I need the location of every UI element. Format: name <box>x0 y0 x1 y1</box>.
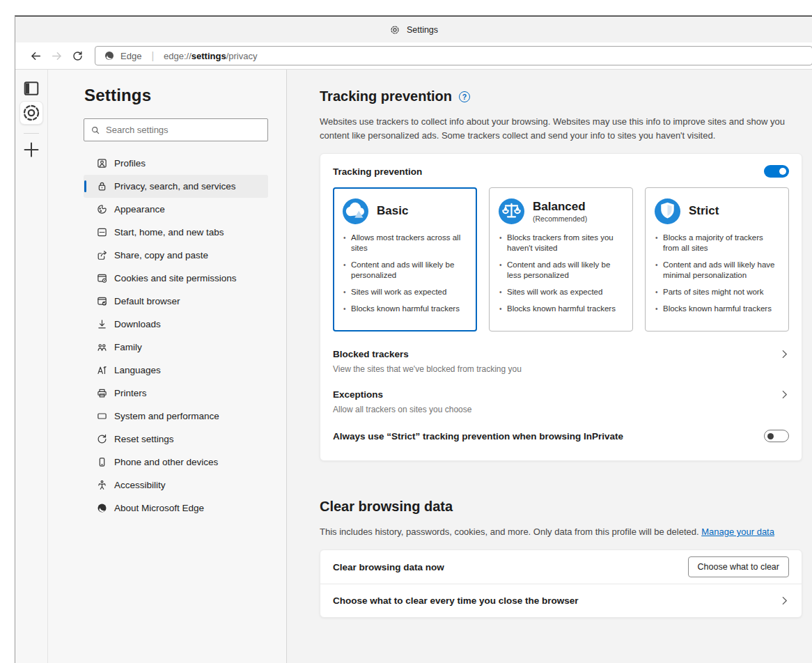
sidebar-item-label: Reset settings <box>114 434 174 444</box>
always-use-strict-tracking-prevention-when-browsing-inprivate-toggle[interactable] <box>764 430 789 442</box>
sidebar-item-label: Cookies and site permissions <box>114 273 237 283</box>
new-tab-button[interactable] <box>22 140 41 159</box>
sidebar-item-label: Downloads <box>114 319 161 329</box>
sidebar-item-label: Languages <box>114 365 161 375</box>
share-icon <box>96 249 108 261</box>
clear-browsing-heading: Clear browsing data <box>320 499 453 515</box>
languages-icon <box>96 364 108 376</box>
sidebar-item-system-and-performance[interactable]: System and performance <box>84 405 268 428</box>
option-bullet: Content and ads will likely be less pers… <box>499 260 623 281</box>
setting-row-title: Blocked trackers <box>333 349 409 359</box>
vertical-tab-rail <box>15 70 48 663</box>
sidebar-item-languages[interactable]: Languages <box>84 359 268 382</box>
settings-content: Tracking prevention ? Websites use track… <box>286 70 812 663</box>
reset-icon <box>96 433 108 445</box>
refresh-button[interactable] <box>67 45 88 66</box>
sidebar-item-label: Accessibility <box>114 480 166 490</box>
help-icon[interactable]: ? <box>459 91 470 102</box>
back-button[interactable] <box>25 45 46 66</box>
sidebar-item-profiles[interactable]: Profiles <box>84 152 268 175</box>
sidebar-item-appearance[interactable]: Appearance <box>84 198 268 221</box>
sidebar-item-label: Share, copy and paste <box>114 250 208 260</box>
address-bar[interactable]: Edge | edge://settings/privacy <box>95 46 812 65</box>
chevron-right-icon[interactable] <box>780 350 789 359</box>
settings-nav-list: Profiles Privacy, search, and services A… <box>84 152 268 520</box>
search-icon <box>91 125 100 135</box>
settings-tab-button[interactable] <box>20 102 42 124</box>
search-input[interactable] <box>106 125 261 135</box>
chevron-right-icon[interactable] <box>780 596 789 605</box>
sidebar-item-printers[interactable]: Printers <box>84 382 268 405</box>
tracking-prevention-toggle[interactable] <box>764 165 789 178</box>
sidebar-item-label: Privacy, search, and services <box>114 181 236 192</box>
option-bullet: Content and ads will likely have minimal… <box>655 260 779 281</box>
forward-button[interactable] <box>46 45 67 66</box>
option-bullets: Allows most trackers across all sitesCon… <box>343 233 467 314</box>
settings-sidebar: Settings Profiles Privacy, search, and s… <box>48 70 286 663</box>
sidebar-item-privacy-search-and-services[interactable]: Privacy, search, and services <box>84 175 268 198</box>
tracking-options: Basic Allows most trackers across all si… <box>333 187 789 332</box>
downloads-icon <box>96 318 108 330</box>
sidebar-item-share-copy-and-paste[interactable]: Share, copy and paste <box>84 244 268 267</box>
option-bullet: Allows most trackers across all sites <box>343 233 467 254</box>
privacy-icon <box>96 180 108 192</box>
option-bullet: Sites will work as expected <box>343 287 467 297</box>
tab-actions-button[interactable] <box>22 79 41 98</box>
sidebar-item-label: System and performance <box>114 411 219 421</box>
sidebar-item-phone-and-other-devices[interactable]: Phone and other devices <box>84 451 268 474</box>
tracking-option-balanced[interactable]: Balanced (Recommended) Blocks trackers f… <box>489 187 633 332</box>
option-bullet: Blocks a majority of trackers from all s… <box>655 233 779 254</box>
phone-icon <box>96 456 108 468</box>
option-bullets: Blocks a majority of trackers from all s… <box>655 233 779 314</box>
choose-what-to-clear-button[interactable]: Choose what to clear <box>688 556 789 577</box>
option-subtitle: (Recommended) <box>533 214 587 223</box>
sidebar-item-family[interactable]: Family <box>84 336 268 359</box>
site-label: Edge <box>120 51 141 61</box>
clear-row-title: Clear browsing data now <box>333 562 444 572</box>
tracking-prevention-card: Tracking prevention Basic Allows most tr… <box>320 153 802 461</box>
edge-logo-icon <box>104 50 115 61</box>
sidebar-item-reset-settings[interactable]: Reset settings <box>84 428 268 451</box>
sidebar-item-label: Appearance <box>114 204 165 214</box>
sidebar-item-label: Family <box>114 342 142 352</box>
sidebar-item-cookies-and-site-permissions[interactable]: Cookies and site permissions <box>84 267 268 290</box>
option-bullets: Blocks trackers from sites you haven't v… <box>499 233 623 314</box>
option-name: Balanced <box>533 200 587 214</box>
sidebar-item-label: Profiles <box>114 158 146 169</box>
option-name: Strict <box>689 204 719 218</box>
settings-gear-icon <box>389 24 400 36</box>
sidebar-item-label: Start, home, and new tabs <box>114 227 224 237</box>
sidebar-item-default-browser[interactable]: Default browser <box>84 290 268 313</box>
active-tab[interactable]: Settings <box>389 24 438 36</box>
plus-icon <box>22 140 41 159</box>
tracking-option-strict[interactable]: Strict Blocks a majority of trackers fro… <box>645 187 789 332</box>
option-bullet: Blocks known harmful trackers <box>655 304 779 314</box>
clear-row-choose-what-to-clear-every-tim[interactable]: Choose what to clear every time you clos… <box>320 584 802 617</box>
option-bullet: Sites will work as expected <box>499 287 623 297</box>
option-bullet: Content and ads will likely be personali… <box>343 260 467 281</box>
cookies-icon <box>96 272 108 284</box>
sidebar-item-label: About Microsoft Edge <box>114 503 204 513</box>
sidebar-item-label: Printers <box>114 388 147 398</box>
option-bullet: Blocks trackers from sites you haven't v… <box>499 233 623 254</box>
chevron-right-icon[interactable] <box>780 390 789 399</box>
scale-icon <box>499 198 524 224</box>
manage-data-link[interactable]: Manage your data <box>701 526 774 537</box>
tracking-option-basic[interactable]: Basic Allows most trackers across all si… <box>333 187 477 332</box>
setting-row-subtitle: Allow all trackers on sites you choose <box>333 405 789 414</box>
sidebar-item-about-microsoft-edge[interactable]: About Microsoft Edge <box>84 497 268 520</box>
default-browser-icon <box>96 295 108 307</box>
sidebar-item-downloads[interactable]: Downloads <box>84 313 268 336</box>
sidebar-item-accessibility[interactable]: Accessibility <box>84 474 268 497</box>
clear-row-clear-browsing-data-now[interactable]: Clear browsing data now Choose what to c… <box>320 550 802 584</box>
start-home-icon <box>96 226 108 238</box>
setting-row-blocked-trackers: Blocked trackers View the sites that we'… <box>333 349 789 374</box>
rail-separator <box>24 133 39 134</box>
settings-search[interactable] <box>84 118 268 141</box>
system-icon <box>96 410 108 422</box>
clear-browsing-card: Clear browsing data now Choose what to c… <box>320 549 802 618</box>
option-name: Basic <box>377 204 408 218</box>
sidebar-item-start-home-and-new-tabs[interactable]: Start, home, and new tabs <box>84 221 268 244</box>
clear-browsing-description: This includes history, passwords, cookie… <box>320 525 803 539</box>
tracking-rows: Blocked trackers View the sites that we'… <box>333 349 789 442</box>
